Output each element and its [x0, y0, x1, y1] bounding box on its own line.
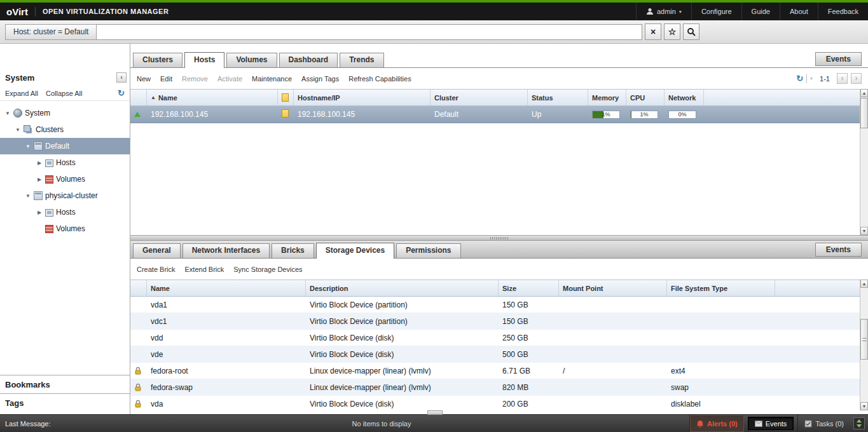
storage-row[interactable]: fedora-swap Linux device-mapper (linear)… — [130, 379, 860, 396]
footer-expand-button[interactable] — [853, 417, 865, 429]
host-hostname-cell: 192.168.100.145 — [294, 110, 431, 119]
memory-usage-label: 1% — [602, 111, 610, 118]
search-scope-dropdown[interactable]: Host: cluster = Default — [5, 24, 97, 40]
expander-icon[interactable]: ▶ — [36, 160, 43, 166]
tab-hosts[interactable]: Hosts — [184, 52, 224, 68]
refresh-rate-dropdown-icon[interactable]: ▾ — [810, 76, 813, 81]
sidebar-collapse-button[interactable]: ‹ — [116, 72, 127, 83]
bookmarks-panel-header[interactable]: Bookmarks — [0, 375, 130, 393]
scrollbar-thumb[interactable] — [860, 319, 868, 360]
nav-about[interactable]: About — [780, 3, 818, 20]
nav-guide[interactable]: Guide — [741, 3, 780, 20]
nav-feedback[interactable]: Feedback — [818, 3, 868, 20]
expander-icon[interactable]: ▼ — [24, 144, 32, 149]
col-description[interactable]: Description — [306, 280, 499, 296]
tab-clusters[interactable]: Clusters — [133, 53, 183, 67]
col-mount-point[interactable]: Mount Point — [559, 280, 667, 296]
alerts-indicator[interactable]: Alerts (0) — [689, 415, 744, 432]
tab-permissions[interactable]: Permissions — [396, 243, 460, 258]
maintenance-button[interactable]: Maintenance — [252, 75, 292, 83]
col-name[interactable]: ▲ Name — [147, 90, 278, 105]
new-button[interactable]: New — [137, 75, 151, 83]
scroll-down-icon[interactable]: ▼ — [860, 402, 868, 410]
tags-panel-header[interactable]: Tags — [0, 393, 130, 412]
storage-row[interactable]: vdc1 Virtio Block Device (partition) 150… — [130, 313, 860, 330]
clear-search-button[interactable]: × — [645, 24, 661, 40]
search-input[interactable] — [97, 24, 642, 40]
expander-icon[interactable]: ▶ — [36, 210, 43, 215]
tab-trends[interactable]: Trends — [340, 53, 383, 67]
events-indicator[interactable]: Events — [748, 417, 794, 430]
col-lock — [130, 280, 147, 296]
tab-network-interfaces[interactable]: Network Interfaces — [183, 243, 270, 258]
expander-icon[interactable]: ▼ — [4, 111, 11, 116]
expander-icon[interactable]: ▼ — [14, 127, 22, 133]
col-status[interactable]: Status — [528, 90, 588, 105]
scroll-up-icon[interactable]: ▲ — [860, 280, 868, 288]
storage-row[interactable]: fedora-root Linux device-mapper (linear)… — [130, 363, 860, 379]
tree-item-volumes-2[interactable]: Volumes — [0, 220, 130, 237]
expand-all-link[interactable]: Expand All — [5, 90, 38, 97]
storage-table-header: Name Description Size Mount Point File S… — [130, 280, 868, 297]
storage-row[interactable]: vda Virtio Block Device (disk) 200 GB di… — [130, 396, 860, 410]
col-memory[interactable]: Memory — [588, 90, 626, 105]
edit-button[interactable]: Edit — [160, 75, 172, 83]
col-file-system-type[interactable]: File System Type — [667, 280, 775, 296]
footer-panel-grip[interactable] — [427, 410, 443, 415]
user-icon — [646, 8, 654, 15]
detail-events-button[interactable]: Events — [815, 243, 862, 257]
tasks-indicator[interactable]: Tasks (0) — [797, 415, 850, 432]
expander-icon[interactable]: ▼ — [24, 193, 32, 199]
search-button[interactable] — [683, 24, 699, 40]
col-size[interactable]: Size — [499, 280, 559, 296]
create-brick-button[interactable]: Create Brick — [137, 266, 176, 273]
tab-dashboard[interactable]: Dashboard — [279, 53, 338, 67]
storage-row[interactable]: vde Virtio Block Device (disk) 500 GB — [130, 346, 860, 363]
scroll-up-icon[interactable]: ▲ — [860, 89, 868, 97]
tree-item-default[interactable]: ▼ Default — [0, 138, 130, 154]
user-menu[interactable]: admin ▾ — [636, 3, 691, 20]
grid-refresh-icon[interactable]: ↻ — [796, 74, 803, 83]
tree-item-system[interactable]: ▼ System — [0, 105, 130, 121]
tab-volumes[interactable]: Volumes — [226, 53, 277, 67]
expander-icon[interactable]: ▶ — [36, 177, 43, 182]
collapse-all-link[interactable]: Collapse All — [46, 90, 82, 97]
col-hostname[interactable]: Hostname/IP — [294, 90, 431, 105]
nav-configure[interactable]: Configure — [691, 3, 741, 20]
tree-item-physical-cluster[interactable]: ▼ physical-cluster — [0, 187, 130, 204]
hosts-scrollbar[interactable]: ▲ ▼ — [860, 89, 868, 235]
scrollbar-thumb[interactable] — [860, 98, 868, 128]
assign-tags-button[interactable]: Assign Tags — [301, 75, 339, 83]
extend-brick-button[interactable]: Extend Brick — [185, 266, 224, 273]
sync-storage-devices-button[interactable]: Sync Storage Devices — [233, 266, 302, 273]
activate-button[interactable]: Activate — [217, 75, 242, 83]
tab-bricks[interactable]: Bricks — [272, 243, 314, 258]
host-row[interactable]: 192.168.100.145 192.168.100.145 Default … — [130, 106, 860, 123]
col-filler — [704, 90, 868, 105]
col-network[interactable]: Network — [665, 90, 704, 105]
col-note[interactable] — [278, 90, 294, 105]
tab-general[interactable]: General — [133, 243, 181, 258]
prev-page-button[interactable]: ‹ — [837, 73, 848, 84]
storage-scrollbar[interactable]: ▲ ▼ — [860, 280, 868, 410]
scroll-down-icon[interactable]: ▼ — [860, 227, 868, 235]
storage-row[interactable]: vda1 Virtio Block Device (partition) 150… — [130, 297, 860, 313]
storage-fs-cell: ext4 — [667, 367, 775, 375]
remove-button[interactable]: Remove — [182, 75, 208, 83]
refresh-capabilities-button[interactable]: Refresh Capabilities — [348, 75, 411, 83]
splitter-grip[interactable] — [490, 237, 508, 240]
tree-item-volumes[interactable]: ▶ Volumes — [0, 171, 130, 187]
col-name[interactable]: Name — [147, 280, 306, 296]
next-page-button[interactable]: › — [851, 73, 862, 84]
tree-item-hosts[interactable]: ▶ Hosts — [0, 154, 130, 171]
storage-row[interactable]: vdd Virtio Block Device (disk) 250 GB — [130, 330, 860, 346]
pane-splitter[interactable] — [130, 235, 868, 240]
tree-item-clusters[interactable]: ▼ Clusters — [0, 121, 130, 138]
col-cluster[interactable]: Cluster — [431, 90, 528, 105]
main-events-button[interactable]: Events — [815, 52, 862, 66]
bookmark-search-button[interactable]: ☆ — [664, 24, 680, 40]
tab-storage-devices[interactable]: Storage Devices — [316, 243, 394, 259]
col-cpu[interactable]: CPU — [626, 90, 665, 105]
tree-item-hosts-2[interactable]: ▶ Hosts — [0, 204, 130, 220]
tree-refresh-icon[interactable]: ↻ — [118, 88, 125, 98]
